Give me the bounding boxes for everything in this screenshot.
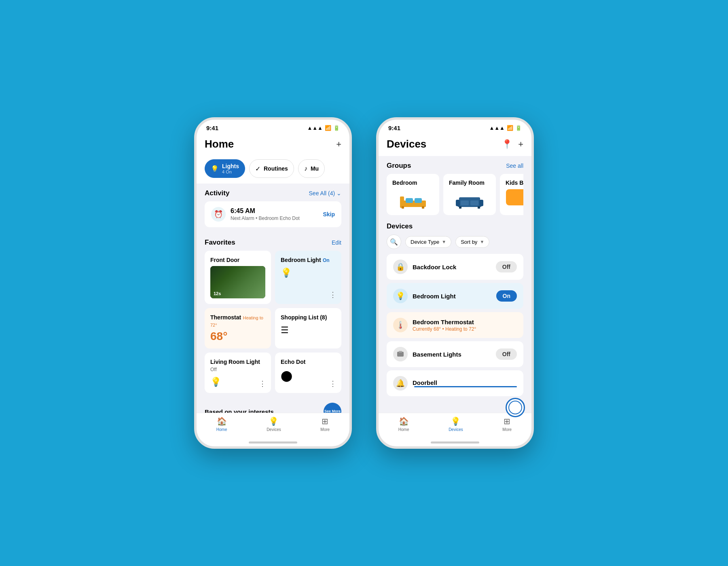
bedroom-light-status: On <box>323 258 330 263</box>
device-row-doorbell[interactable]: 🔔 Doorbell <box>387 370 523 396</box>
living-room-status: Off <box>210 367 217 372</box>
alarm-time: 6:45 AM <box>231 207 300 215</box>
home-nav-icon: 🏠 <box>217 416 227 426</box>
activity-card[interactable]: ⏰ 6:45 AM Next Alarm • Bedroom Echo Dot … <box>205 201 341 227</box>
location-icon[interactable]: 📍 <box>502 139 512 150</box>
svg-rect-5 <box>422 206 424 209</box>
see-all-groups[interactable]: See all <box>506 163 523 169</box>
more-nav-label: More <box>320 427 330 432</box>
basement-icon <box>396 350 404 358</box>
alarm-icon: ⏰ <box>211 207 226 222</box>
devices-header-icons: 📍 + <box>502 139 523 150</box>
search-button[interactable]: 🔍 <box>387 234 401 249</box>
favorites-title: Favorites <box>205 239 235 247</box>
living-room-menu[interactable]: ⋮ <box>259 379 266 388</box>
home-nav-label: Home <box>216 427 227 432</box>
chip-music[interactable]: ♪ Mu <box>298 159 325 178</box>
echo-menu[interactable]: ⋮ <box>329 379 336 388</box>
bedroom-thermostat-name: Bedroom Thermostat <box>413 319 517 325</box>
chip-routines[interactable]: ✓ Routines <box>249 159 294 178</box>
chip-lights-label: Lights <box>222 163 239 169</box>
see-more-button[interactable]: See More <box>324 403 341 413</box>
status-bar-devices: 9:41 ▲▲▲ 📶 🔋 <box>379 120 531 133</box>
chips-row: 💡 Lights 4 On ✓ Routines ♪ Mu <box>197 156 349 184</box>
group-card-bedroom[interactable]: Bedroom <box>387 174 439 215</box>
device-row-backdoor-lock[interactable]: 🔒 Backdoor Lock Off <box>387 254 523 280</box>
backdoor-lock-toggle[interactable]: Off <box>496 261 517 272</box>
see-all-link[interactable]: See All (4) ⌄ <box>309 190 341 196</box>
skip-button[interactable]: Skip <box>323 211 335 218</box>
groups-header: Groups See all <box>387 162 523 170</box>
doorbell-name: Doorbell <box>413 379 517 386</box>
status-icons-home: ▲▲▲ 📶 🔋 <box>307 125 340 131</box>
add-icon[interactable]: + <box>336 139 341 150</box>
devices-nav-label: Devices <box>267 427 281 432</box>
edit-link[interactable]: Edit <box>332 239 341 246</box>
favorites-grid: Front Door 12s Bedroom Light On 💡 ⋮ <box>205 251 341 393</box>
status-time-devices: 9:41 <box>388 125 400 131</box>
svg-rect-9 <box>479 200 483 206</box>
device-row-bedroom-thermostat[interactable]: 🌡️ Bedroom Thermostat Currently 68° • He… <box>387 312 523 338</box>
bedroom-icon <box>397 192 429 209</box>
living-room-title: Living Room Light <box>210 359 260 365</box>
fav-card-shopping[interactable]: Shopping List (8) ☰ <box>275 308 341 348</box>
fav-card-living-room[interactable]: Living Room Light Off 💡 ⋮ <box>205 353 271 393</box>
basement-lights-toggle[interactable]: Off <box>496 348 517 360</box>
nav-more[interactable]: ⊞ More <box>320 416 330 432</box>
bottom-nav-devices: 🏠 Home 💡 Devices ⊞ More <box>379 413 531 438</box>
devices-add-icon[interactable]: + <box>518 139 523 150</box>
device-type-label: Device Type <box>411 239 439 245</box>
sort-by-filter[interactable]: Sort by ▼ <box>455 236 489 248</box>
activity-title: Activity <box>205 189 229 197</box>
bedroom-light-icon-container: 💡 <box>393 289 408 303</box>
echo-title: Echo Dot <box>281 359 305 365</box>
group-card-family[interactable]: Family Room <box>443 174 496 215</box>
bedroom-light-name: Bedroom Light <box>413 293 491 300</box>
chip-lights[interactable]: 💡 Lights 4 On <box>205 159 245 178</box>
groups-title: Groups <box>387 162 411 170</box>
status-icons-devices: ▲▲▲ 📶 🔋 <box>489 125 522 131</box>
echo-icon: ⬤ <box>281 370 336 382</box>
fav-card-front-door[interactable]: Front Door 12s <box>205 251 271 304</box>
devices-list-title: Devices <box>387 222 413 230</box>
nav-devices-active[interactable]: 💡 Devices <box>449 416 463 432</box>
svg-rect-15 <box>399 351 402 353</box>
device-row-bedroom-light[interactable]: 💡 Bedroom Light On <box>387 283 523 309</box>
nav-home-devices[interactable]: 🏠 Home <box>398 416 409 432</box>
light-chip-icon: 💡 <box>211 165 219 173</box>
family-room-label: Family Room <box>449 180 490 186</box>
nav-devices[interactable]: 💡 Devices <box>267 416 281 432</box>
fav-card-echo[interactable]: Echo Dot ⬤ ⋮ <box>275 353 341 393</box>
device-type-arrow: ▼ <box>442 239 446 244</box>
nav-more-devices[interactable]: ⊞ More <box>502 416 512 432</box>
bedroom-light-menu[interactable]: ⋮ <box>329 290 336 299</box>
devices-nav-label-d: Devices <box>449 427 463 432</box>
devices-scroll-content: Groups See all Bedroom <box>379 156 531 413</box>
front-door-time: 12s <box>214 291 221 296</box>
sort-by-arrow: ▼ <box>480 239 484 244</box>
status-bar-home: 9:41 ▲▲▲ 📶 🔋 <box>197 120 349 133</box>
home-nav-label-d: Home <box>398 427 409 432</box>
thermostat-temp: 68° <box>210 330 265 343</box>
device-row-basement-lights[interactable]: Basement Lights Off <box>387 341 523 367</box>
front-door-camera: 12s <box>210 266 265 298</box>
devices-list-section: Devices 🔍 Device Type ▼ Sort by ▼ <box>379 217 531 396</box>
phone-home: 9:41 ▲▲▲ 📶 🔋 Home + 💡 Lights 4 On <box>194 117 352 449</box>
device-type-filter[interactable]: Device Type ▼ <box>405 236 451 248</box>
bedroom-thermostat-sub: Currently 68° • Heating to 72° <box>413 326 517 332</box>
based-section: Based on your interests See More <box>197 399 349 413</box>
nav-home[interactable]: 🏠 Home <box>216 416 227 432</box>
doorbell-status-bar <box>414 386 517 387</box>
living-room-light-icon: 💡 <box>210 377 265 387</box>
groups-row: Bedroom <box>387 174 523 217</box>
devices-list-header: Devices <box>387 222 523 230</box>
bedroom-light-toggle[interactable]: On <box>496 290 517 302</box>
groups-section: Groups See all Bedroom <box>379 156 531 217</box>
alexa-button[interactable] <box>506 398 525 417</box>
device-list: 🔒 Backdoor Lock Off 💡 Bedroom Light On <box>387 254 523 396</box>
favorites-section: Favorites Edit Front Door 12s <box>197 233 349 393</box>
fav-card-bedroom-light[interactable]: Bedroom Light On 💡 ⋮ <box>275 251 341 304</box>
fav-card-thermostat[interactable]: Thermostat Heating to 72° 68° <box>205 308 271 348</box>
more-nav-label-d: More <box>502 427 512 432</box>
group-card-kids[interactable]: Kids Be <box>500 174 523 215</box>
